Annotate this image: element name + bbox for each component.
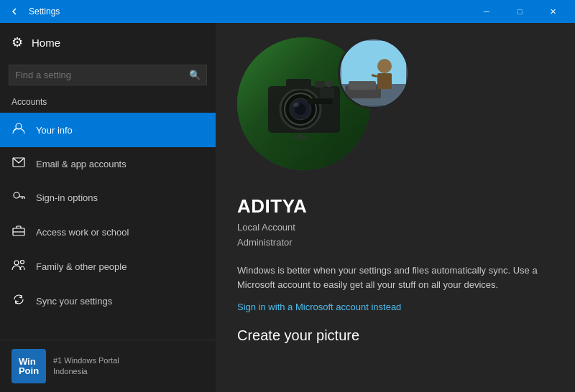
sidebar-item-email-app[interactable]: Email & app accounts (0, 147, 216, 180)
account-type: Local Account Administrator (237, 220, 553, 251)
person-icon (12, 123, 26, 137)
back-button[interactable] (6, 3, 23, 20)
svg-point-10 (21, 261, 24, 264)
sidebar-item-sync[interactable]: Sync your settings (0, 284, 216, 318)
sidebar-item-home[interactable]: ⚙ Home (0, 23, 216, 62)
briefcase-icon (12, 225, 26, 239)
sidebar: ⚙ Home 🔍 Accounts Your info (0, 23, 216, 392)
brand-line1: #1 Windows Portal (53, 355, 119, 366)
ms-account-link[interactable]: Sign in with a Microsoft account instead (237, 302, 401, 312)
sidebar-item-your-info[interactable]: Your info (0, 113, 216, 147)
your-info-label: Your info (36, 125, 73, 136)
accounts-section-label: Accounts (0, 94, 216, 113)
family-label: Family & other people (36, 261, 126, 272)
camera-image (261, 68, 347, 140)
user-name: ADITYA (237, 195, 553, 218)
svg-line-22 (290, 134, 300, 140)
sidebar-item-work-school[interactable]: Access work or school (0, 215, 216, 249)
account-line1: Local Account (237, 222, 295, 233)
window-title: Settings (29, 6, 470, 17)
secondary-avatar (338, 37, 410, 109)
maximize-button[interactable]: □ (503, 0, 536, 23)
brand-logo-text: WinPoin (19, 357, 39, 375)
svg-rect-19 (320, 88, 334, 98)
svg-line-24 (300, 134, 311, 140)
brand-tagline: #1 Windows Portal Indonesia (53, 355, 119, 378)
close-button[interactable]: ✕ (536, 0, 569, 23)
envelope-icon (12, 157, 26, 170)
main-container: ⚙ Home 🔍 Accounts Your info (0, 23, 575, 392)
svg-point-3 (14, 192, 19, 198)
people-icon (12, 259, 26, 274)
svg-point-9 (14, 261, 19, 265)
avatar-photo (340, 39, 408, 107)
sidebar-branding: WinPoin #1 Windows Portal Indonesia (0, 340, 216, 392)
key-icon (12, 190, 26, 205)
svg-rect-28 (349, 81, 376, 90)
brand-logo: WinPoin (12, 349, 46, 383)
sidebar-item-family[interactable]: Family & other people (0, 249, 216, 284)
sync-label: Sync your settings (36, 296, 112, 307)
sync-message: Windows is better when your settings and… (237, 263, 539, 294)
person-silhouette (341, 41, 406, 106)
profile-pictures (237, 37, 553, 181)
create-picture-heading: Create your picture (237, 327, 553, 344)
home-label: Home (32, 37, 60, 49)
minimize-button[interactable]: ─ (470, 0, 503, 23)
title-bar: Settings ─ □ ✕ (0, 0, 575, 23)
search-box[interactable]: 🔍 (9, 65, 207, 85)
gear-icon: ⚙ (12, 34, 23, 50)
window-controls: ─ □ ✕ (470, 0, 569, 23)
sync-icon (12, 294, 26, 308)
content-area: ADITYA Local Account Administrator Windo… (216, 23, 575, 392)
search-icon: 🔍 (189, 70, 201, 80)
svg-point-20 (326, 80, 333, 88)
search-input[interactable] (15, 70, 189, 80)
sidebar-item-sign-in[interactable]: Sign-in options (0, 180, 216, 215)
sign-in-label: Sign-in options (36, 192, 98, 203)
work-school-label: Access work or school (36, 227, 129, 238)
brand-line2: Indonesia (53, 366, 119, 377)
svg-rect-17 (286, 79, 311, 89)
svg-rect-18 (315, 81, 325, 88)
svg-rect-21 (308, 98, 333, 104)
svg-point-29 (377, 59, 392, 73)
email-app-label: Email & app accounts (36, 159, 126, 169)
account-line2: Administrator (237, 237, 293, 248)
